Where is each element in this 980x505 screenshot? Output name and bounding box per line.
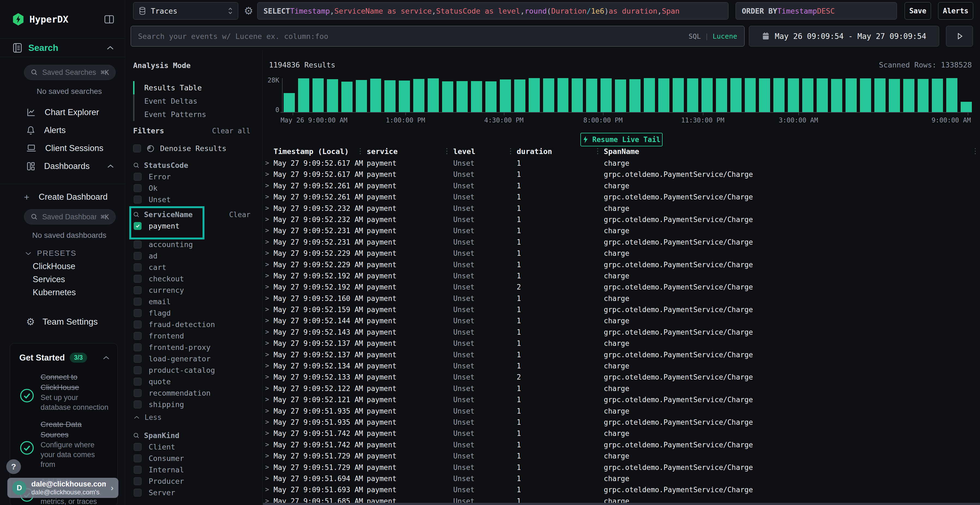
column-resize-handle[interactable]: ⋮ <box>443 147 449 155</box>
table-row[interactable]: >May 27 9:09:52.261 AMpaymentUnset1grpc.… <box>263 191 980 202</box>
filter-item[interactable]: Client <box>133 441 262 453</box>
collapse-less-button[interactable]: Less <box>134 412 262 423</box>
histogram-bar[interactable] <box>384 80 396 112</box>
histogram-bar[interactable] <box>586 79 597 112</box>
histogram-bar[interactable] <box>874 78 886 112</box>
histogram-bar[interactable] <box>889 79 900 112</box>
clear-filter-button[interactable]: Clear <box>229 211 250 219</box>
table-row[interactable]: >May 27 9:09:52.143 AMpaymentUnset1grpc.… <box>263 327 980 338</box>
histogram-bar[interactable] <box>557 78 569 112</box>
row-expand-chevron[interactable]: > <box>265 441 269 448</box>
row-expand-chevron[interactable]: > <box>265 260 269 268</box>
table-row[interactable]: >May 27 9:09:52.192 AMpaymentUnset2grpc.… <box>263 281 980 292</box>
filter-item[interactable]: shipping <box>133 399 262 410</box>
table-row[interactable]: >May 27 9:09:52.232 AMpaymentUnset1charg… <box>263 203 980 214</box>
table-row[interactable]: >May 27 9:09:51.935 AMpaymentUnset1grpc.… <box>263 416 980 428</box>
filter-checkbox[interactable] <box>134 389 142 397</box>
filter-item[interactable]: Server <box>133 487 262 498</box>
sidebar-item-clickhouse[interactable]: ClickHouse <box>0 260 125 273</box>
table-row[interactable]: >May 27 9:09:51.742 AMpaymentUnset1charg… <box>263 428 980 439</box>
row-expand-chevron[interactable]: > <box>265 249 269 257</box>
filter-item[interactable]: Consumer <box>133 453 262 464</box>
histogram-bar[interactable] <box>312 78 324 112</box>
filter-checkbox[interactable] <box>134 343 142 351</box>
row-expand-chevron[interactable]: > <box>265 429 269 437</box>
histogram-bar[interactable] <box>658 78 670 112</box>
row-expand-chevron[interactable]: > <box>265 395 269 403</box>
search-input[interactable]: Search your events w/ Lucene ex. column:… <box>130 26 745 46</box>
histogram-bar[interactable] <box>759 78 770 112</box>
table-row[interactable]: >May 27 9:09:52.229 AMpaymentUnset1grpc.… <box>263 259 980 270</box>
save-button[interactable]: Save <box>905 2 931 20</box>
column-resize-handle[interactable]: ⋮ <box>356 147 363 155</box>
column-resize-handle[interactable]: ⋮ <box>594 147 600 155</box>
sidebar-item-alerts[interactable]: Alerts <box>0 121 125 139</box>
filter-checkbox[interactable] <box>134 241 142 248</box>
filter-checkbox[interactable] <box>134 252 142 260</box>
filter-checkbox[interactable] <box>134 400 142 408</box>
sidebar-item-search[interactable]: Search <box>0 39 125 57</box>
table-row[interactable]: >May 27 9:09:52.232 AMpaymentUnset1grpc.… <box>263 214 980 225</box>
histogram-bar[interactable] <box>413 79 425 112</box>
filter-item[interactable]: fraud-detection <box>133 319 262 330</box>
histogram-bar[interactable] <box>716 78 727 112</box>
table-row[interactable]: >May 27 9:09:52.133 AMpaymentUnset2grpc.… <box>263 372 980 383</box>
sidebar-item-team-settings[interactable]: ⚙ Team Settings <box>0 315 125 329</box>
filter-item[interactable]: payment <box>133 220 262 232</box>
row-expand-chevron[interactable]: > <box>265 193 269 200</box>
filter-checkbox[interactable] <box>134 466 142 474</box>
get-started-item[interactable]: Connect to ClickHouseSet up your databas… <box>19 372 110 412</box>
column-header-level[interactable]: level <box>453 147 475 156</box>
row-expand-chevron[interactable]: > <box>265 497 269 503</box>
table-row[interactable]: >May 27 9:09:52.137 AMpaymentUnset1charg… <box>263 338 980 349</box>
histogram-bar[interactable] <box>529 78 540 112</box>
row-expand-chevron[interactable]: > <box>265 418 269 426</box>
row-expand-chevron[interactable]: > <box>265 317 269 324</box>
filter-checkbox[interactable] <box>134 443 142 451</box>
row-expand-chevron[interactable]: > <box>265 464 269 471</box>
histogram-bar[interactable] <box>514 79 525 112</box>
presets-toggle[interactable]: PRESETS <box>0 247 125 260</box>
row-expand-chevron[interactable]: > <box>265 227 269 234</box>
sidebar-item-chart-explorer[interactable]: Chart Explorer <box>0 103 125 121</box>
histogram-bar[interactable] <box>730 78 741 112</box>
table-row[interactable]: >May 27 9:09:51.694 AMpaymentUnset1charg… <box>263 473 980 484</box>
histogram-bar[interactable] <box>629 79 641 112</box>
row-expand-chevron[interactable]: > <box>265 238 269 246</box>
clear-all-button[interactable]: Clear all <box>212 127 250 135</box>
row-expand-chevron[interactable]: > <box>265 351 269 358</box>
row-expand-chevron[interactable]: > <box>265 362 269 370</box>
histogram-bar[interactable] <box>370 79 381 112</box>
histogram-bar[interactable] <box>399 81 410 112</box>
create-dashboard-button[interactable]: + Create Dashboard <box>0 188 125 206</box>
filter-item[interactable]: accounting <box>133 239 262 250</box>
filter-item[interactable]: checkout <box>133 273 262 284</box>
row-expand-chevron[interactable]: > <box>265 306 269 313</box>
table-row[interactable]: >May 27 9:09:52.137 AMpaymentUnset1grpc.… <box>263 349 980 360</box>
analysis-mode-option-event-deltas[interactable]: Event Deltas <box>133 94 262 108</box>
histogram-bar[interactable] <box>773 78 784 112</box>
histogram-bar[interactable] <box>341 82 353 112</box>
histogram-bar[interactable] <box>644 78 655 112</box>
table-row[interactable]: >May 27 9:09:52.134 AMpaymentUnset1charg… <box>263 360 980 372</box>
row-expand-chevron[interactable]: > <box>265 283 269 291</box>
filter-item[interactable]: ad <box>133 250 262 262</box>
filter-item[interactable]: Error <box>133 171 262 182</box>
help-button[interactable]: ? <box>6 459 21 474</box>
lucene-toggle[interactable]: Lucene <box>713 32 737 40</box>
analysis-mode-option-results-table[interactable]: Results Table <box>133 81 262 94</box>
sidebar-item-services[interactable]: Services <box>0 273 125 286</box>
column-header-timestamp-local-[interactable]: Timestamp (Local) <box>274 147 349 156</box>
filter-checkbox[interactable] <box>134 321 142 329</box>
filter-checkbox[interactable] <box>134 275 142 283</box>
filter-checkbox[interactable] <box>134 309 142 317</box>
histogram-bar[interactable] <box>327 79 338 112</box>
histogram-bar[interactable] <box>961 102 972 112</box>
histogram-bar[interactable] <box>428 78 439 112</box>
source-select[interactable]: Traces <box>133 2 238 20</box>
filter-item[interactable]: load-generator <box>133 353 262 364</box>
histogram-bar[interactable] <box>543 78 554 112</box>
row-expand-chevron[interactable]: > <box>265 328 269 336</box>
histogram-bar[interactable] <box>615 79 626 112</box>
row-expand-chevron[interactable]: > <box>265 182 269 189</box>
